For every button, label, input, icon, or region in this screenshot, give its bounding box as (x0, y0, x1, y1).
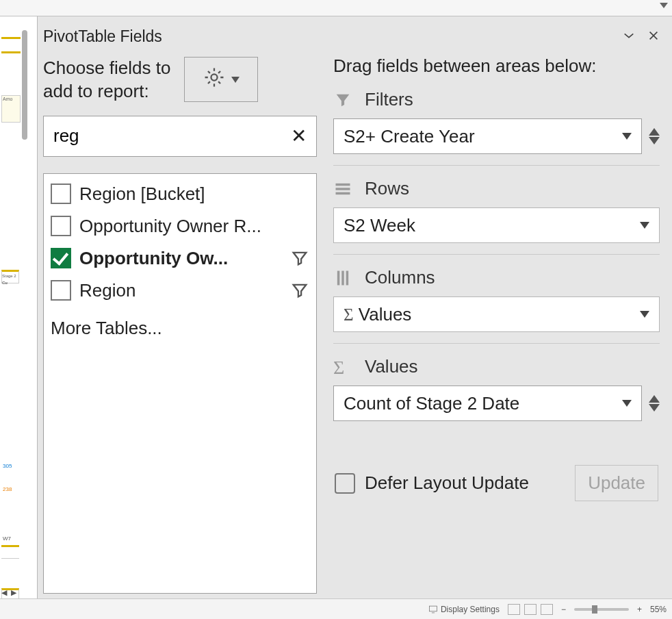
svg-rect-8 (346, 270, 349, 285)
svg-rect-6 (337, 270, 340, 285)
search-field-wrap[interactable]: ✕ (43, 116, 317, 157)
collapse-icon[interactable] (623, 27, 635, 46)
defer-label: Defer Layout Update (365, 472, 529, 494)
columns-title: Columns (365, 267, 435, 288)
checkbox-checked[interactable] (51, 248, 71, 268)
field-label: Region [Bucket] (79, 184, 309, 205)
filters-title: Filters (365, 89, 413, 110)
sigma-icon: Σ (333, 357, 352, 377)
checkbox[interactable] (335, 473, 355, 494)
drop-label: Count of Stage 2 Date (344, 393, 519, 414)
filters-field[interactable]: S2+ Create Year (333, 118, 642, 154)
zoom-out-button[interactable]: − (561, 605, 566, 614)
field-label: Opportunity Ow... (79, 248, 282, 269)
field-label: Opportunity Owner R... (79, 216, 309, 237)
filter-icon[interactable] (290, 249, 309, 268)
zoom-in-button[interactable]: + (637, 605, 642, 614)
choose-fields-label: Choose fields toadd to report: (43, 57, 170, 103)
display-settings-button[interactable]: Display Settings (428, 605, 500, 614)
defer-layout-checkbox[interactable]: Defer Layout Update (335, 472, 529, 494)
svg-rect-4 (336, 188, 350, 190)
drop-label: S2+ Create Year (344, 126, 475, 147)
values-title: Values (365, 356, 418, 377)
filters-area[interactable]: Filters S2+ Create Year (333, 89, 660, 166)
chevron-down-icon (231, 77, 240, 83)
spin-up-icon[interactable] (649, 128, 660, 136)
axis-label: W7 (3, 535, 11, 542)
values-field[interactable]: Count of Stage 2 Date (333, 386, 642, 421)
chevron-down-icon (622, 133, 632, 140)
axis-value: 238 (3, 486, 12, 492)
values-area[interactable]: Σ Values Count of Stage 2 Date (333, 356, 660, 432)
view-buttons[interactable] (508, 604, 553, 615)
drop-label: S2 Week (344, 215, 415, 236)
worksheet-sliver: Amo Stage 2Cu 305 238 W7 ◀ ▶ (0, 16, 38, 598)
clear-search-icon[interactable]: ✕ (291, 125, 307, 147)
scrollbar-stub[interactable] (22, 30, 27, 140)
status-bar: Display Settings − + 55% (0, 598, 672, 619)
field-item[interactable]: Region [Bucket] (47, 178, 313, 210)
filter-icon[interactable] (290, 281, 309, 300)
checkbox[interactable] (51, 216, 71, 236)
field-label: Region (79, 280, 282, 301)
axis-value: 305 (3, 463, 12, 469)
svg-rect-7 (341, 270, 344, 285)
field-item[interactable]: Region (47, 275, 313, 307)
spin-down-icon[interactable] (649, 137, 660, 144)
zoom-level[interactable]: 55% (650, 605, 667, 614)
rows-icon (333, 179, 352, 199)
reorder-spinner[interactable] (649, 128, 660, 144)
spin-up-icon[interactable] (649, 395, 660, 403)
svg-rect-5 (336, 192, 350, 194)
svg-rect-9 (429, 606, 437, 611)
chevron-down-icon (640, 311, 649, 318)
reorder-spinner[interactable] (649, 395, 660, 412)
search-input[interactable] (53, 125, 291, 147)
drag-areas-label: Drag fields between areas below: (333, 51, 660, 89)
formula-bar-stub (0, 0, 672, 16)
funnel-icon (333, 90, 352, 110)
pivottable-fields-pane: PivotTable Fields Choose fields toadd to… (38, 25, 665, 598)
chevron-down-icon (622, 400, 632, 407)
checkbox[interactable] (51, 280, 71, 301)
checkbox[interactable] (51, 184, 71, 204)
svg-point-2 (211, 74, 218, 80)
sheet-nav[interactable]: ◀ ▶ (1, 588, 16, 597)
pane-title: PivotTable Fields (43, 27, 162, 46)
more-tables-link[interactable]: More Tables... (47, 307, 313, 350)
gear-icon (203, 66, 226, 93)
close-icon[interactable] (647, 27, 660, 46)
zoom-slider[interactable] (574, 608, 629, 611)
chart-title-box: Amo (1, 95, 21, 123)
chevron-down-icon (640, 222, 649, 229)
field-list[interactable]: Region [Bucket] Opportunity Owner R... O… (43, 173, 317, 594)
svg-rect-3 (336, 183, 350, 186)
rows-area[interactable]: Rows S2 Week (333, 178, 660, 255)
columns-icon (333, 268, 352, 288)
rows-title: Rows (365, 178, 409, 199)
field-item[interactable]: Opportunity Owner R... (47, 210, 313, 242)
update-button[interactable]: Update (575, 465, 658, 501)
columns-area[interactable]: Columns Σ Values (333, 267, 660, 344)
rows-field[interactable]: S2 Week (333, 207, 660, 243)
spin-down-icon[interactable] (649, 404, 660, 412)
tools-button[interactable] (184, 57, 258, 102)
drop-label: Σ Values (344, 304, 411, 325)
field-item[interactable]: Opportunity Ow... (47, 242, 313, 275)
columns-field[interactable]: Σ Values (333, 296, 660, 332)
